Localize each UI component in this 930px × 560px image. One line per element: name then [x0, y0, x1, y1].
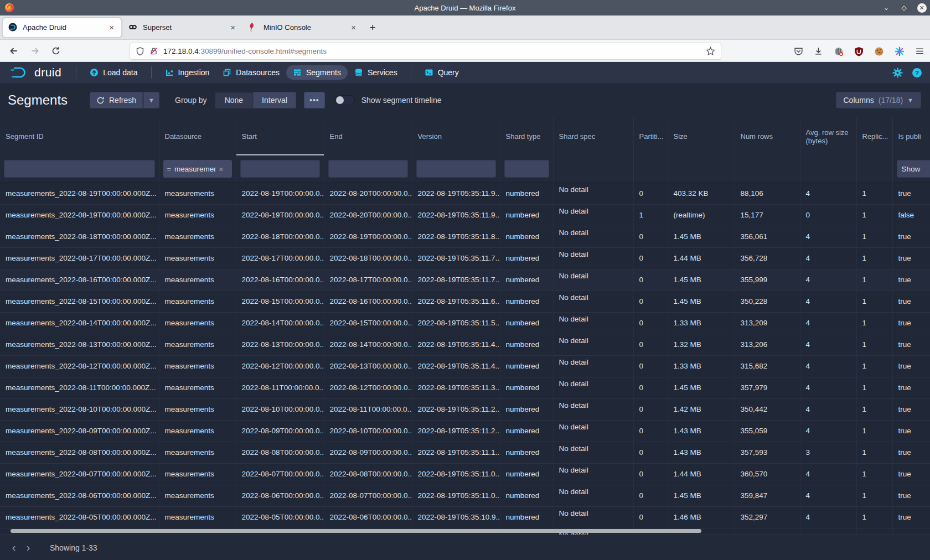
cell-datasource: measurements	[159, 291, 236, 312]
segment-row[interactable]: measurements_2022-08-10T00:00:00.000Z...…	[0, 398, 930, 420]
new-tab-button[interactable]: +	[364, 19, 381, 36]
back-button[interactable]	[6, 43, 22, 59]
segment-row[interactable]: measurements_2022-08-12T00:00:00.000Z...…	[0, 355, 930, 377]
bookmark-star-icon[interactable]	[706, 46, 715, 56]
column-header-size[interactable]: Size	[668, 117, 735, 155]
cell-is-published: true	[892, 528, 930, 535]
nav-item-ingestion[interactable]: Ingestion	[158, 65, 216, 80]
tab-close-icon[interactable]: ×	[349, 23, 358, 32]
cell-end: 2022-08-18T00:00:00.0...	[324, 247, 412, 269]
cell-partition: 0	[633, 226, 668, 247]
cell-segment-id: measurements_2022-08-09T00:00:00.000Z...	[0, 420, 159, 442]
datasource-filter-tag[interactable]: =measurements×	[163, 160, 232, 178]
columns-button[interactable]: Columns (17/18) ▼	[836, 92, 922, 108]
group-by-interval-button[interactable]: Interval	[253, 92, 296, 108]
window-minimize-button[interactable]: ⌄	[881, 3, 891, 13]
column-header-version[interactable]: Version	[412, 117, 500, 155]
cell-avg-row-size: 4	[800, 377, 856, 398]
segment-row[interactable]: measurements_2022-08-13T00:00:00.000Z...…	[0, 334, 930, 355]
column-header-replication[interactable]: Replic...	[856, 117, 892, 155]
segment-row[interactable]: measurements_2022-08-18T00:00:00.000Z...…	[0, 226, 930, 247]
cookie-extension-icon[interactable]	[874, 46, 884, 56]
segment-row[interactable]: measurements_2022-08-07T00:00:00.000Z...…	[0, 463, 930, 485]
nav-item-datasources[interactable]: Datasources	[216, 65, 286, 80]
column-header-avg-row-size[interactable]: Avg. row size (bytes)	[800, 117, 856, 155]
browser-tab-apache-druid[interactable]: Apache Druid ×	[2, 18, 122, 38]
hamburger-menu-icon[interactable]	[915, 46, 924, 56]
filter-input-shard-type[interactable]	[504, 160, 549, 178]
druid-logo[interactable]: druid	[10, 66, 61, 79]
filter-input-start[interactable]	[240, 160, 320, 178]
column-header-is-published[interactable]: Is publi	[892, 117, 930, 155]
privacy-badger-extension-icon[interactable]	[834, 46, 844, 56]
query-icon	[425, 68, 433, 77]
cell-segment-id: measurements_2022-08-16T00:00:00.000Z...	[0, 269, 159, 291]
reload-button[interactable]	[48, 43, 64, 59]
forward-button[interactable]	[27, 43, 43, 59]
segment-timeline-toggle[interactable]	[335, 95, 355, 105]
segment-row[interactable]: measurements_2022-08-16T00:00:00.000Z...…	[0, 269, 930, 291]
horizontal-scrollbar[interactable]	[11, 529, 701, 533]
window-close-button[interactable]: ✕	[917, 3, 927, 13]
filter-input-version[interactable]	[416, 160, 496, 178]
previous-page-button[interactable]: ‹	[7, 541, 21, 555]
nav-item-query[interactable]: Query	[418, 65, 466, 80]
refresh-dropdown-button[interactable]: ▼	[143, 92, 159, 108]
nav-item-label: Query	[438, 68, 459, 77]
cell-shard-type: numbered	[500, 183, 553, 204]
cell-start: 2022-08-13T00:00:00.0...	[236, 334, 324, 355]
nav-item-services[interactable]: Services	[348, 65, 404, 80]
segment-row[interactable]: measurements_2022-08-08T00:00:00.000Z...…	[0, 442, 930, 463]
segment-row[interactable]: measurements_2022-08-06T00:00:00.000Z...…	[0, 485, 930, 506]
filter-input-segment-id[interactable]	[4, 160, 155, 178]
segment-row[interactable]: measurements_2022-08-05T00:00:00.000Z...…	[0, 506, 930, 528]
cell-shard-type: numbered	[500, 334, 553, 355]
column-header-shard-spec[interactable]: Shard spec	[553, 117, 633, 155]
ingestion-icon	[165, 68, 174, 77]
column-header-end[interactable]: End	[324, 117, 412, 155]
columns-count: (17/18)	[879, 96, 903, 105]
tracking-shield-icon[interactable]	[136, 47, 144, 56]
refresh-button[interactable]: Refresh	[90, 92, 143, 108]
segment-row[interactable]: measurements_2022-08-14T00:00:00.000Z...…	[0, 312, 930, 334]
next-page-button[interactable]: ›	[21, 541, 35, 555]
column-header-partition[interactable]: Partiti...	[633, 117, 668, 155]
filter-input-end[interactable]	[328, 160, 408, 178]
cell-start: 2022-08-18T00:00:00.0...	[236, 226, 324, 247]
cell-size: 1.33 MB	[668, 312, 735, 334]
segment-row[interactable]: measurements_2022-08-17T00:00:00.000Z...…	[0, 247, 930, 269]
help-icon[interactable]: ?	[912, 68, 922, 78]
settings-gear-icon[interactable]	[892, 68, 903, 78]
window-maximize-button[interactable]: ◇	[899, 3, 909, 13]
tab-close-icon[interactable]: ×	[107, 23, 116, 32]
segment-row[interactable]: measurements_2022-08-09T00:00:00.000Z...…	[0, 420, 930, 442]
segment-row[interactable]: measurements_2022-08-11T00:00:00.000Z...…	[0, 377, 930, 398]
filter-tag-value: measurements	[174, 165, 215, 173]
is-published-filter-button[interactable]: Show	[897, 160, 930, 178]
column-header-start[interactable]: Start	[236, 117, 324, 155]
cell-partition: 0	[633, 291, 668, 312]
cell-end: 2022-08-06T00:00:00.0...	[324, 506, 412, 528]
tab-close-icon[interactable]: ×	[229, 23, 237, 32]
group-by-none-button[interactable]: None	[215, 92, 253, 108]
segment-row[interactable]: measurements_2022-08-15T00:00:00.000Z...…	[0, 291, 930, 312]
url-input[interactable]: 172.18.0.4:30899/unified-console.html#se…	[130, 43, 721, 60]
more-options-button[interactable]: •••	[304, 92, 325, 108]
pocket-icon[interactable]	[794, 46, 803, 56]
datasources-icon	[223, 68, 231, 77]
segment-row[interactable]: measurements_2022-08-19T00:00:00.000Z...…	[0, 183, 930, 204]
column-header-shard-type[interactable]: Shard type	[500, 117, 553, 155]
column-header-segment-id[interactable]: Segment ID	[0, 117, 159, 155]
segment-row[interactable]: measurements_2022-08-19T00:00:00.000Z...…	[0, 204, 930, 226]
container-pinwheel-extension-icon[interactable]	[895, 46, 905, 56]
nav-item-segments[interactable]: Segments	[286, 65, 348, 80]
column-header-datasource[interactable]: Datasource	[159, 117, 236, 155]
browser-tab-minio-console[interactable]: MinIO Console ×	[244, 18, 363, 38]
ublock-extension-icon[interactable]	[854, 46, 864, 56]
insecure-lock-icon[interactable]	[149, 47, 158, 55]
remove-filter-icon[interactable]: ×	[219, 164, 224, 174]
browser-tab-superset[interactable]: Superset ×	[123, 18, 242, 38]
column-header-num-rows[interactable]: Num rows	[735, 117, 800, 155]
downloads-icon[interactable]	[814, 46, 823, 56]
nav-item-load-data[interactable]: Load data	[83, 65, 144, 80]
